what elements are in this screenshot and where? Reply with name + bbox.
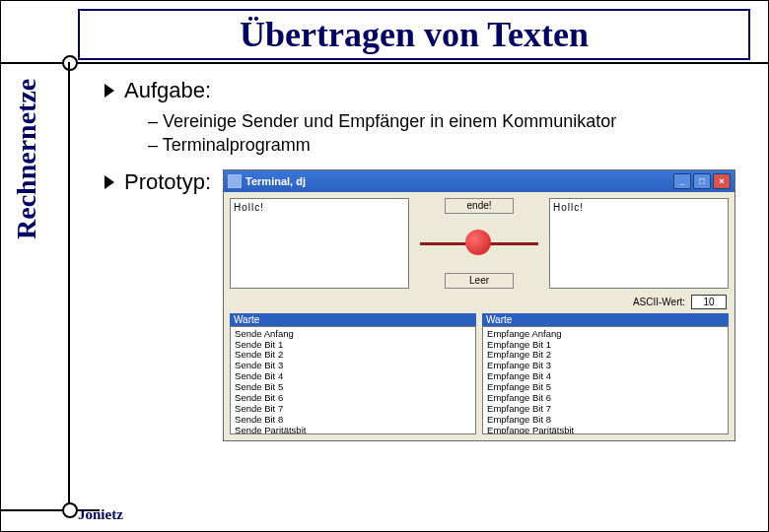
title-box: Übertragen von Texten: [78, 9, 750, 60]
maximize-button[interactable]: □: [693, 173, 711, 189]
close-button[interactable]: ×: [713, 173, 731, 189]
bullet-proto-label: Prototyp:: [124, 169, 211, 195]
decor-knob-bottom: [62, 502, 78, 518]
clear-button[interactable]: Leer: [445, 273, 514, 289]
list-item: Empfange Anfang: [487, 329, 724, 340]
decor-hbar-top: [1, 62, 768, 64]
ascii-row: ASCII-Wert: 10: [224, 295, 734, 313]
lists-row: Warte Sende Anfang Sende Bit 1 Sende Bit…: [224, 313, 734, 440]
sub-bullet-1: Vereinige Sender und Empfänger in einem …: [148, 109, 743, 133]
left-text-pane[interactable]: Hollc!: [230, 198, 409, 289]
triangle-bullet-icon: [105, 84, 114, 98]
slide-title: Übertragen von Texten: [240, 14, 589, 55]
window-title: Terminal, dj: [245, 175, 306, 187]
middle-column: ende! Leer: [415, 198, 543, 289]
send-button[interactable]: ende!: [445, 198, 514, 214]
bullet-task: Aufgabe:: [105, 78, 743, 103]
minimize-button[interactable]: _: [673, 173, 691, 189]
decor-vbar: [68, 62, 70, 503]
left-list-column: Warte Sende Anfang Sende Bit 1 Sende Bit…: [230, 313, 476, 434]
upper-panel: Hollc! ende! Leer Hollc!: [224, 192, 734, 295]
list-item: Sende Paritätsbit: [235, 426, 471, 434]
right-list-column: Warte Empfange Anfang Empfange Bit 1 Emp…: [482, 313, 729, 434]
sidebar-label: Rechnernetze: [11, 70, 60, 247]
app-icon: [228, 174, 242, 188]
left-list-box[interactable]: Sende Anfang Sende Bit 1 Sende Bit 2 Sen…: [230, 326, 476, 434]
footer-author: Jonietz: [78, 506, 123, 523]
right-list-header: Warte: [482, 313, 729, 326]
bullet-task-label: Aufgabe:: [124, 78, 211, 103]
prototype-row: Prototyp: Terminal, dj _ □ × Hollc! ende…: [105, 169, 743, 441]
content-area: Aufgabe: Vereinige Sender und Empfänger …: [105, 78, 743, 441]
triangle-bullet-icon: [105, 175, 114, 189]
ascii-value-field[interactable]: 10: [691, 295, 727, 309]
left-list-header: Warte: [230, 313, 476, 326]
wire-graphic: [420, 230, 538, 257]
ascii-label: ASCII-Wert:: [633, 297, 685, 307]
sub-bullet-2: Terminalprogramm: [148, 133, 743, 157]
right-list-box[interactable]: Empfange Anfang Empfange Bit 1 Empfange …: [482, 326, 729, 434]
titlebar[interactable]: Terminal, dj _ □ ×: [224, 170, 734, 192]
decor-knob-top: [62, 55, 78, 71]
slide-container: Übertragen von Texten Rechnernetze Aufga…: [0, 0, 769, 532]
app-window: Terminal, dj _ □ × Hollc! ende! Leer: [223, 169, 735, 441]
wire-node-icon: [465, 230, 491, 255]
list-item: Sende Anfang: [235, 329, 471, 340]
right-text-pane[interactable]: Hollc!: [549, 198, 729, 289]
bullet-prototype: Prototyp:: [105, 169, 211, 195]
list-item: Empfange Paritätsbit: [487, 426, 724, 434]
